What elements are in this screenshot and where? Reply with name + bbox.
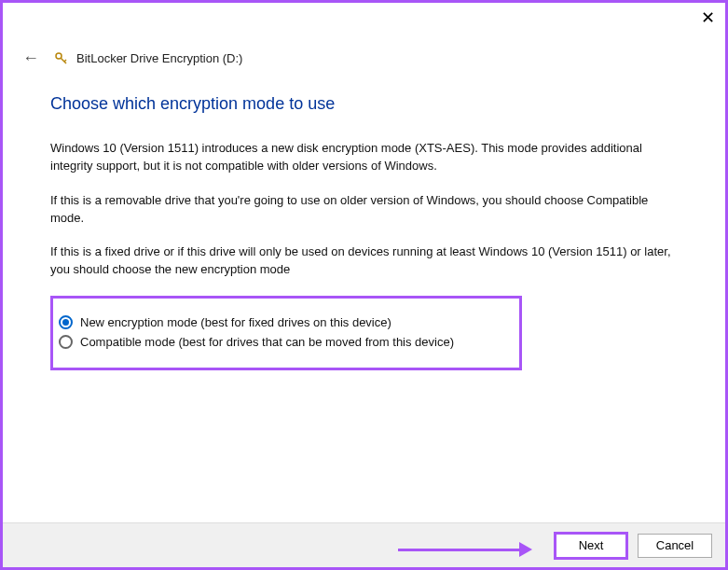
radio-selected-dot xyxy=(62,319,69,326)
annotation-arrow xyxy=(398,542,532,557)
page-heading: Choose which encryption mode to use xyxy=(50,94,691,114)
paragraph-fixed: If this is a fixed drive or if this driv… xyxy=(50,243,675,279)
radio-button-icon xyxy=(59,315,73,329)
bitlocker-key-icon xyxy=(54,51,69,66)
radio-compatible-mode[interactable]: Compatible mode (best for drives that ca… xyxy=(59,335,512,349)
content-area: Choose which encryption mode to use Wind… xyxy=(0,68,728,370)
paragraph-removable: If this is a removable drive that you're… xyxy=(50,192,675,228)
radio-label-new-mode: New encryption mode (best for fixed driv… xyxy=(80,315,391,329)
svg-line-2 xyxy=(64,60,66,62)
encryption-mode-options: New encryption mode (best for fixed driv… xyxy=(50,296,522,370)
window-title: BitLocker Drive Encryption (D:) xyxy=(76,51,242,65)
radio-label-compatible-mode: Compatible mode (best for drives that ca… xyxy=(80,335,454,349)
radio-button-icon xyxy=(59,335,73,349)
next-button[interactable]: Next xyxy=(554,532,628,560)
arrow-head-icon xyxy=(519,542,532,557)
cancel-button[interactable]: Cancel xyxy=(638,534,712,558)
header: ← BitLocker Drive Encryption (D:) xyxy=(0,0,728,68)
arrow-line xyxy=(398,549,519,551)
footer: Next Cancel xyxy=(3,522,725,567)
radio-new-encryption-mode[interactable]: New encryption mode (best for fixed driv… xyxy=(59,315,512,329)
back-arrow-icon[interactable]: ← xyxy=(22,49,39,68)
close-button[interactable]: ✕ xyxy=(701,9,715,26)
paragraph-intro: Windows 10 (Version 1511) introduces a n… xyxy=(50,140,675,175)
